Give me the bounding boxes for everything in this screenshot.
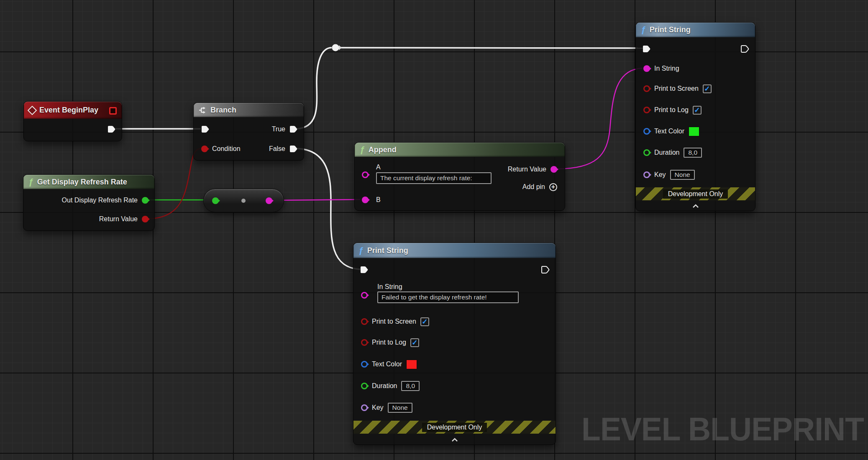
function-icon: ƒ xyxy=(641,25,646,34)
chevron-up-icon xyxy=(692,204,699,208)
key-label: Key xyxy=(372,404,384,411)
text-color-label: Text Color xyxy=(372,360,402,368)
node-title: Get Display Refresh Rate xyxy=(37,178,127,187)
duration-field[interactable]: 8,0 xyxy=(684,148,702,158)
branch-icon xyxy=(199,106,207,114)
print-to-log-pin[interactable] xyxy=(643,107,650,113)
print-to-log-pin[interactable] xyxy=(361,339,368,346)
text-color-pin[interactable] xyxy=(361,361,368,368)
print-to-log-label: Print to Log xyxy=(372,339,406,346)
exec-output-pin[interactable] xyxy=(741,45,749,53)
duration-label: Duration xyxy=(654,149,679,156)
duration-label: Duration xyxy=(372,382,397,390)
print-to-screen-pin[interactable] xyxy=(643,85,650,92)
node-header-print-string[interactable]: ƒ Print String xyxy=(353,243,556,258)
in-string-label: In String xyxy=(377,283,402,291)
duration-field[interactable]: 8,0 xyxy=(401,381,420,391)
wire-string-conversion-to-append-b[interactable] xyxy=(275,199,360,200)
condition-pin-label: Condition xyxy=(212,145,241,153)
out-display-refresh-rate-pin[interactable] xyxy=(142,197,149,204)
print-to-screen-label: Print to Screen xyxy=(372,318,416,325)
add-pin-icon[interactable]: + xyxy=(549,183,557,191)
append-b-label: B xyxy=(376,196,381,204)
text-color-pin[interactable] xyxy=(643,128,650,135)
key-pin[interactable] xyxy=(361,404,368,411)
node-title: Print String xyxy=(367,246,408,255)
false-exec-output-pin[interactable] xyxy=(289,145,298,153)
exec-input-pin[interactable] xyxy=(201,125,210,133)
node-header-append[interactable]: ƒ Append xyxy=(355,143,565,157)
append-return-value-label: Return Value xyxy=(508,166,546,173)
collapse-node-button[interactable] xyxy=(636,202,755,211)
node-get-display-refresh-rate[interactable]: ƒ Get Display Refresh Rate Out Display R… xyxy=(23,174,155,231)
function-icon: ƒ xyxy=(358,246,364,255)
text-color-label: Text Color xyxy=(654,128,684,135)
wire-bool-return-value-to-condition[interactable] xyxy=(149,148,201,219)
node-append[interactable]: ƒ Append A The current display refresh r… xyxy=(354,142,565,211)
wire-string-append-return-to-in-string[interactable] xyxy=(558,68,643,169)
collapse-node-button[interactable] xyxy=(353,435,556,445)
true-pin-label: True xyxy=(272,125,285,133)
blueprint-graph-canvas[interactable]: LEVEL BLUEPRINT Event BeginPlay xyxy=(0,0,868,460)
append-return-value-pin[interactable] xyxy=(551,166,557,173)
conversion-output-pin[interactable] xyxy=(266,197,272,204)
node-print-string-bottom[interactable]: ƒ Print String In String Failed to get t… xyxy=(353,243,556,445)
return-value-pin[interactable] xyxy=(142,216,149,222)
print-to-log-checkbox[interactable]: ✓ xyxy=(410,338,419,347)
node-header-get-display-refresh-rate[interactable]: ƒ Get Display Refresh Rate xyxy=(23,175,154,189)
text-color-swatch[interactable] xyxy=(406,360,417,369)
key-label: Key xyxy=(654,171,666,179)
print-to-log-label: Print to Log xyxy=(654,106,689,114)
print-to-screen-checkbox[interactable]: ✓ xyxy=(420,317,429,326)
chevron-up-icon xyxy=(451,438,458,442)
node-header-branch[interactable]: Branch xyxy=(194,103,304,117)
function-icon: ƒ xyxy=(28,177,33,186)
wire-exec-reroute-to-print-string[interactable] xyxy=(339,48,643,48)
append-b-pin[interactable] xyxy=(362,197,369,203)
node-title: Event BeginPlay xyxy=(39,106,98,115)
delegate-pin-icon[interactable] xyxy=(109,107,117,115)
in-string-label: In String xyxy=(654,65,679,72)
print-to-screen-checkbox[interactable]: ✓ xyxy=(703,84,712,93)
node-title: Append xyxy=(369,146,397,154)
exec-output-pin[interactable] xyxy=(108,125,116,133)
conversion-input-pin[interactable] xyxy=(212,197,219,204)
node-title: Print String xyxy=(650,26,691,34)
function-icon: ƒ xyxy=(360,145,365,154)
key-field[interactable]: None xyxy=(670,170,695,180)
exec-input-pin[interactable] xyxy=(643,45,651,53)
out-display-refresh-rate-label: Out Display Refresh Rate xyxy=(62,197,138,204)
wire-exec-branch-false-to-print-string[interactable] xyxy=(297,148,361,269)
true-exec-output-pin[interactable] xyxy=(289,125,298,133)
reroute-node[interactable] xyxy=(332,44,342,51)
key-pin[interactable] xyxy=(643,171,650,178)
event-diamond-icon xyxy=(28,105,37,115)
in-string-pin[interactable] xyxy=(643,65,650,72)
print-to-log-checkbox[interactable]: ✓ xyxy=(693,106,702,115)
node-event-beginplay[interactable]: Event BeginPlay xyxy=(23,101,122,141)
return-value-label: Return Value xyxy=(99,215,138,223)
node-branch[interactable]: Branch True Condition False xyxy=(193,102,304,161)
print-to-screen-label: Print to Screen xyxy=(654,85,699,92)
node-title: Branch xyxy=(210,106,236,115)
in-string-pin[interactable] xyxy=(361,292,368,299)
conversion-dot-icon xyxy=(241,199,246,203)
exec-input-pin[interactable] xyxy=(360,266,369,274)
development-only-banner: Development Only xyxy=(636,187,755,200)
duration-pin[interactable] xyxy=(361,383,368,389)
node-header-print-string[interactable]: ƒ Print String xyxy=(636,23,755,37)
in-string-field[interactable]: Failed to get the display refresh rate! xyxy=(377,291,519,303)
duration-pin[interactable] xyxy=(643,149,650,156)
print-to-screen-pin[interactable] xyxy=(361,318,368,325)
add-pin-label: Add pin xyxy=(522,183,545,191)
node-header-event-beginplay[interactable]: Event BeginPlay xyxy=(24,102,122,119)
node-print-string-top[interactable]: ƒ Print String In String Print to Screen… xyxy=(635,22,755,211)
development-only-banner: Development Only xyxy=(353,421,556,434)
condition-pin[interactable] xyxy=(201,146,208,152)
text-color-swatch[interactable] xyxy=(689,127,699,136)
key-field[interactable]: None xyxy=(388,403,412,413)
node-float-to-string-conversion[interactable] xyxy=(203,189,284,212)
false-pin-label: False xyxy=(269,145,285,153)
exec-output-pin[interactable] xyxy=(541,266,550,274)
